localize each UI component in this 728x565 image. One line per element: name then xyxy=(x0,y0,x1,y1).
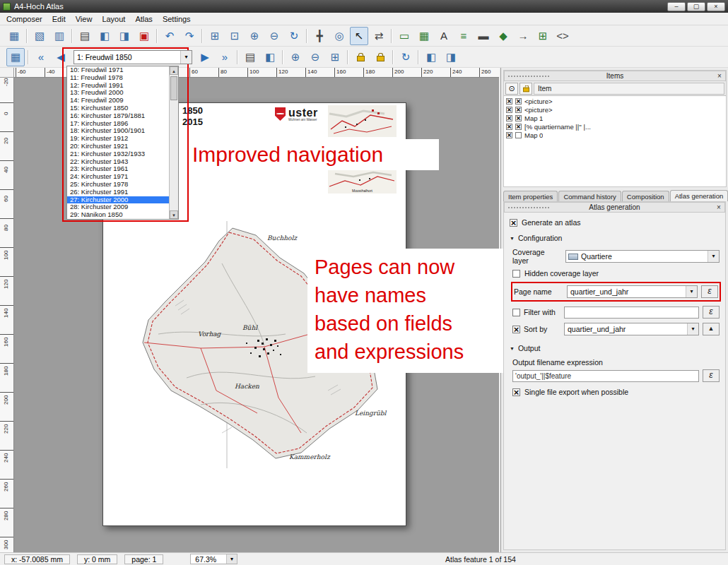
zoom-tool-icon[interactable]: ◎ xyxy=(330,27,348,45)
chevron-down-icon[interactable]: ▾ xyxy=(708,251,719,262)
zoom-actual-icon[interactable]: ⊡ xyxy=(225,27,244,45)
page-name-expression-button[interactable]: ε xyxy=(701,285,718,298)
close-icon[interactable]: × xyxy=(715,203,723,212)
generate-atlas-checkbox[interactable] xyxy=(510,219,517,227)
add-shape-icon[interactable]: ◆ xyxy=(494,27,512,45)
show-left-panel-icon[interactable]: ◧ xyxy=(422,48,440,66)
export-svg-icon[interactable]: ◨ xyxy=(115,27,134,45)
zoom-in-icon[interactable]: ⊕ xyxy=(245,27,264,45)
atlas-page-option[interactable]: 29: Nänikon 1850 xyxy=(67,211,178,219)
atlas-page-option[interactable]: 21: Kirchuster 1932/1933 xyxy=(67,150,178,158)
menu-item[interactable]: Atlas xyxy=(130,14,157,24)
atlas-page-option[interactable]: 11: Freudwil 1978 xyxy=(67,74,178,82)
menu-item[interactable]: Composer xyxy=(1,14,47,24)
chevron-down-icon[interactable]: ▾ xyxy=(686,286,697,297)
lock-layer-styles-icon[interactable] xyxy=(371,48,389,66)
toggle-visibility-button[interactable]: ⊙ xyxy=(505,83,518,95)
scrollbar-thumb[interactable] xyxy=(170,76,177,100)
sort-by-select[interactable]: quartier_und_jahr ▾ xyxy=(564,323,699,335)
export-atlas-icon[interactable]: ◧ xyxy=(261,48,279,66)
atlas-page-option[interactable]: 26: Kirchuster 1991 xyxy=(67,189,178,196)
atlas-feature-select[interactable]: 1: Freudwil 1850 ▾ xyxy=(74,50,192,64)
item-lock-checkbox[interactable] xyxy=(515,132,522,138)
panel-tab[interactable]: Atlas generation xyxy=(670,190,728,201)
output-group-header[interactable]: ▼ Output xyxy=(510,344,720,352)
item-lock-checkbox[interactable] xyxy=(515,124,522,130)
close-icon[interactable]: × xyxy=(715,71,724,81)
item-visibility-checkbox[interactable] xyxy=(506,132,512,138)
menu-item[interactable]: View xyxy=(71,14,98,24)
items-panel-header[interactable]: Items × xyxy=(504,71,726,81)
filter-expression-button[interactable]: ε xyxy=(703,306,720,319)
export-image-icon[interactable]: ◧ xyxy=(95,27,114,45)
toggle-lock-button[interactable] xyxy=(519,83,532,95)
print-atlas-icon[interactable]: ▤ xyxy=(241,48,259,66)
first-feature-icon[interactable]: « xyxy=(32,48,50,66)
zoom-out-icon[interactable]: ⊖ xyxy=(306,48,324,66)
show-right-panel-icon[interactable]: ◨ xyxy=(442,48,460,66)
next-feature-icon[interactable]: ▶ xyxy=(196,48,214,66)
zoom-level-select[interactable]: 67.3% ▾ xyxy=(190,554,237,564)
page-name-select[interactable]: quartier_und_jahr ▾ xyxy=(567,285,698,298)
chevron-down-icon[interactable]: ▾ xyxy=(226,554,237,564)
zoom-full-icon[interactable]: ⊞ xyxy=(206,27,224,45)
filename-expression-input[interactable] xyxy=(512,370,699,382)
add-map-icon[interactable]: ▭ xyxy=(395,27,413,45)
select-move-item-icon[interactable]: ↖ xyxy=(350,27,368,45)
close-button[interactable]: × xyxy=(707,2,725,11)
undo-icon[interactable]: ↶ xyxy=(160,27,179,45)
items-row[interactable]: Map 0 xyxy=(504,131,726,139)
item-visibility-checkbox[interactable] xyxy=(506,98,512,105)
menu-item[interactable]: Edit xyxy=(47,14,71,24)
load-template-icon[interactable]: ▧ xyxy=(30,27,49,45)
add-label-icon[interactable]: A xyxy=(435,27,453,45)
filename-expression-button[interactable]: ε xyxy=(703,369,720,382)
scroll-up-icon[interactable]: ▲ xyxy=(170,66,178,75)
export-pdf-icon[interactable]: ▣ xyxy=(135,27,153,45)
item-visibility-checkbox[interactable] xyxy=(506,124,512,130)
panel-tab[interactable]: Composition xyxy=(622,191,669,201)
add-image-icon[interactable]: ▦ xyxy=(415,27,433,45)
maximize-button[interactable]: ▢ xyxy=(687,2,705,11)
preview-atlas-icon[interactable]: ▦ xyxy=(6,48,25,66)
menu-item[interactable]: Layout xyxy=(97,14,130,24)
title-bar[interactable]: A4-Hoch Atlas –▢× xyxy=(0,0,728,13)
add-arrow-icon[interactable]: → xyxy=(514,27,532,45)
refresh-view-icon[interactable]: ↻ xyxy=(285,27,303,45)
single-file-checkbox[interactable] xyxy=(512,388,520,396)
filter-checkbox[interactable] xyxy=(512,309,520,316)
filter-input[interactable] xyxy=(564,307,699,319)
add-legend-icon[interactable]: ≡ xyxy=(454,27,473,45)
item-lock-checkbox[interactable] xyxy=(515,98,522,105)
menu-item[interactable]: Settings xyxy=(158,14,196,24)
save-composition-icon[interactable]: ▦ xyxy=(5,27,23,45)
panel-tab[interactable]: Item properties xyxy=(503,191,558,201)
add-attribute-table-icon[interactable]: ⊞ xyxy=(534,27,552,45)
items-row[interactable]: <picture> xyxy=(504,105,726,114)
save-template-icon[interactable]: ▥ xyxy=(50,27,69,45)
last-feature-icon[interactable]: » xyxy=(216,48,234,66)
zoom-full-icon[interactable]: ⊞ xyxy=(326,48,344,66)
sort-direction-button[interactable]: ▲ xyxy=(703,323,720,335)
move-item-content-icon[interactable]: ⇄ xyxy=(370,27,388,45)
items-row[interactable]: [% quartiername ||'' |... xyxy=(504,122,726,131)
chevron-down-icon[interactable]: ▾ xyxy=(180,51,192,64)
chevron-down-icon[interactable]: ▾ xyxy=(687,323,698,335)
zoom-in-icon[interactable]: ⊕ xyxy=(286,48,305,66)
lock-layers-icon[interactable] xyxy=(351,48,370,66)
item-lock-checkbox[interactable] xyxy=(515,107,522,113)
print-icon[interactable]: ▤ xyxy=(76,27,94,45)
scroll-down-icon[interactable]: ▼ xyxy=(170,210,178,219)
redo-icon[interactable]: ↷ xyxy=(180,27,199,45)
zoom-out-icon[interactable]: ⊖ xyxy=(265,27,283,45)
atlas-page-option[interactable]: 16: Kirchuster 1879/1881 xyxy=(67,112,178,120)
add-scalebar-icon[interactable]: ▬ xyxy=(474,27,493,45)
item-visibility-checkbox[interactable] xyxy=(506,115,512,121)
configuration-group-header[interactable]: ▼ Configuration xyxy=(510,234,720,242)
item-visibility-checkbox[interactable] xyxy=(506,107,512,113)
panel-tab[interactable]: Command history xyxy=(558,191,621,201)
hidden-coverage-checkbox[interactable] xyxy=(512,270,520,278)
pan-icon[interactable]: ╋ xyxy=(310,27,329,45)
coverage-layer-select[interactable]: Quartiere ▾ xyxy=(565,250,720,263)
item-lock-checkbox[interactable] xyxy=(515,115,522,121)
